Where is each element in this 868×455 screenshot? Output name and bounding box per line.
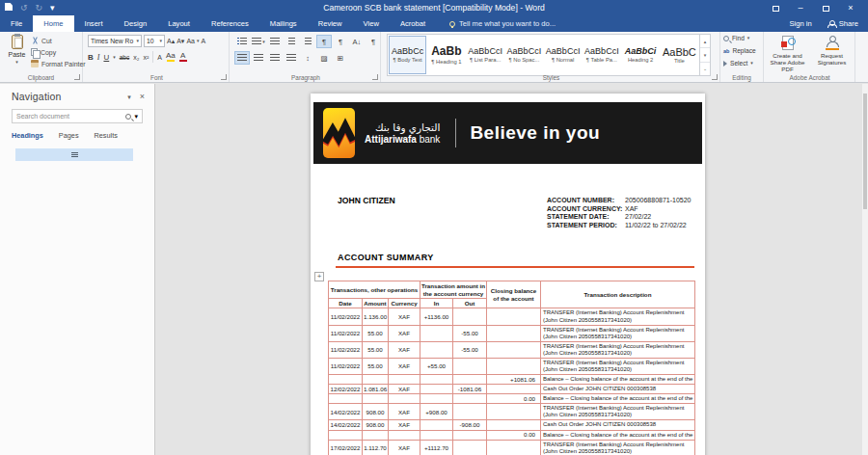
cell-description: TRANSFER (Internet Banking) Account Repl… bbox=[541, 440, 695, 455]
ribbon-tab[interactable]: Review bbox=[308, 15, 353, 32]
show-paragraph-marks-icon[interactable]: ¶ bbox=[366, 35, 381, 48]
underline-button[interactable]: U bbox=[103, 53, 109, 62]
style-card[interactable]: AaBbC Title bbox=[661, 36, 698, 74]
style-card[interactable]: AaBbCcI ¶ No Spac... bbox=[505, 36, 543, 74]
share-button[interactable]: Share bbox=[827, 19, 858, 28]
shading-icon[interactable]: ▨ bbox=[316, 51, 332, 65]
scrollbar-thumb[interactable] bbox=[863, 94, 867, 209]
italic-button[interactable]: I bbox=[97, 53, 100, 62]
cell-date: 17/02/2022 bbox=[329, 440, 363, 455]
navigation-tab[interactable]: Results bbox=[95, 131, 118, 142]
restore-icon[interactable] bbox=[813, 0, 838, 15]
font-size-select[interactable]: 10▾ bbox=[144, 35, 165, 47]
ribbon-tab[interactable]: Home bbox=[33, 15, 73, 32]
navigation-options-icon[interactable]: ▾ bbox=[127, 94, 131, 100]
paste-button[interactable]: Paste ▾ bbox=[4, 35, 30, 75]
format-painter-button[interactable]: Format Painter bbox=[31, 60, 86, 67]
cell-in bbox=[420, 394, 453, 404]
cell-currency bbox=[389, 430, 420, 440]
styles-scroll-up-icon[interactable]: ▴ bbox=[700, 35, 710, 48]
cell-amount bbox=[363, 430, 389, 440]
redo-icon[interactable]: ↻ bbox=[36, 4, 43, 13]
ribbon-display-options-icon[interactable] bbox=[763, 0, 788, 15]
cell-amount: 55.00 bbox=[363, 341, 389, 358]
close-icon[interactable]: × bbox=[838, 0, 863, 15]
tell-me-label: Tell me what you want to do... bbox=[459, 19, 556, 28]
shrink-font-icon[interactable]: A▾ bbox=[176, 38, 184, 45]
document-page[interactable]: التجاري وفا بنك Attijariwafa bank Believ… bbox=[311, 94, 705, 455]
bold-button[interactable]: B bbox=[88, 53, 94, 62]
align-center-icon[interactable] bbox=[251, 51, 266, 65]
styles-dialog-launcher-icon[interactable] bbox=[712, 74, 718, 80]
superscript-button[interactable]: x² bbox=[143, 54, 149, 61]
ribbon-tab[interactable]: Acrobat bbox=[390, 15, 436, 32]
navigation-tab[interactable]: Pages bbox=[59, 131, 79, 142]
ribbon-tab[interactable]: Insert bbox=[74, 15, 114, 32]
vertical-scrollbar[interactable] bbox=[862, 84, 868, 455]
select-button[interactable]: Select▾ bbox=[720, 57, 763, 69]
sign-in-button[interactable]: Sign in bbox=[790, 19, 812, 28]
multilevel-list-icon[interactable] bbox=[267, 35, 283, 48]
table-move-handle[interactable]: + bbox=[314, 272, 324, 281]
grow-font-icon[interactable]: A▴ bbox=[167, 38, 175, 45]
align-right-icon[interactable] bbox=[267, 51, 283, 65]
left-to-right-icon[interactable]: ¶ bbox=[316, 35, 332, 48]
transaction-row: 11/02/2022 1.136.00 XAF +1136.00 TRANSFE… bbox=[329, 308, 695, 325]
cut-button[interactable]: Cut bbox=[31, 37, 86, 44]
style-card[interactable]: AaBbCc ¶ Body Text bbox=[389, 36, 426, 74]
clear-formatting-icon[interactable]: A bbox=[201, 38, 205, 44]
subscript-button[interactable]: x₂ bbox=[133, 54, 139, 61]
font-dialog-launcher-icon[interactable] bbox=[221, 74, 227, 80]
ribbon-tab[interactable]: Design bbox=[114, 15, 158, 32]
search-input[interactable] bbox=[16, 113, 122, 120]
create-pdf-button[interactable]: Create and Share Adobe PDF bbox=[766, 36, 809, 72]
justify-icon[interactable] bbox=[284, 51, 299, 65]
style-card[interactable]: AaBb ¶ Heading 1 bbox=[427, 36, 465, 74]
minimize-icon[interactable]: – bbox=[788, 0, 813, 15]
tell-me-box[interactable]: Tell me what you want to do... bbox=[449, 15, 556, 32]
undo-icon[interactable]: ↺ bbox=[20, 4, 28, 13]
search-icon[interactable] bbox=[125, 114, 131, 120]
style-card[interactable]: AaBbCcI ¶ Table Pa... bbox=[583, 36, 620, 74]
bullet-list-icon[interactable] bbox=[234, 35, 250, 48]
font-color-icon[interactable]: A bbox=[179, 52, 187, 63]
styles-gallery-more-icon[interactable]: ⌄ bbox=[700, 63, 710, 75]
ribbon-tab[interactable]: File bbox=[0, 15, 33, 32]
text-effects-icon[interactable]: A bbox=[157, 54, 162, 61]
highlight-color-icon[interactable]: Aa bbox=[166, 52, 176, 63]
navigation-close-icon[interactable]: × bbox=[140, 93, 145, 101]
styles-scroll-down-icon[interactable]: ▾ bbox=[700, 48, 710, 62]
ribbon-tab[interactable]: Mailings bbox=[259, 15, 308, 32]
save-icon[interactable] bbox=[5, 3, 13, 13]
request-signatures-button[interactable]: Request Signatures bbox=[810, 36, 854, 66]
ribbon-tab[interactable]: View bbox=[353, 15, 390, 32]
request-signatures-icon bbox=[826, 36, 839, 50]
ribbon-tab[interactable]: Layout bbox=[157, 15, 201, 32]
paste-dropdown-icon[interactable]: ▾ bbox=[15, 60, 18, 65]
increase-indent-icon[interactable] bbox=[300, 35, 315, 48]
search-dropdown-icon[interactable]: ▾ bbox=[134, 113, 138, 120]
borders-icon[interactable]: ⊞ bbox=[333, 51, 348, 65]
line-spacing-icon[interactable]: ↕ bbox=[300, 51, 315, 65]
paragraph-dialog-launcher-icon[interactable] bbox=[372, 74, 378, 80]
qat-customize-icon[interactable]: ▾ bbox=[50, 4, 55, 13]
clipboard-dialog-launcher-icon[interactable] bbox=[74, 74, 80, 80]
strikethrough-button[interactable]: abc bbox=[120, 54, 129, 61]
navigation-tab[interactable]: Headings bbox=[12, 131, 43, 142]
style-card[interactable]: AaBbCi Heading 2 bbox=[622, 36, 660, 74]
style-card[interactable]: AaBbCcI ¶ Normal bbox=[544, 36, 582, 74]
numbered-list-icon[interactable]: ▾ bbox=[251, 35, 266, 48]
style-card[interactable]: AaBbCcI ¶ List Para... bbox=[467, 36, 504, 74]
navigation-heading-item[interactable] bbox=[15, 148, 133, 161]
change-case-icon[interactable]: Aa bbox=[186, 38, 195, 44]
ribbon-tab[interactable]: References bbox=[201, 15, 259, 32]
font-family-select[interactable]: Times New Ro▾ bbox=[88, 35, 142, 47]
replace-button[interactable]: abReplace bbox=[720, 44, 763, 57]
find-button[interactable]: Find▾ bbox=[720, 32, 763, 44]
decrease-indent-icon[interactable] bbox=[284, 35, 299, 48]
right-to-left-icon[interactable]: ¶ bbox=[333, 35, 348, 48]
window-controls: – × bbox=[763, 0, 863, 15]
sort-icon[interactable]: A↓ bbox=[349, 35, 365, 48]
align-left-icon[interactable] bbox=[234, 51, 250, 65]
copy-button[interactable]: Copy bbox=[31, 48, 86, 56]
